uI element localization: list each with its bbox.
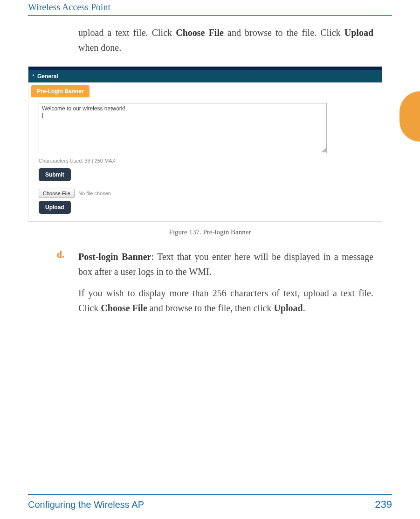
- no-file-chosen-text: No file chosen: [78, 191, 111, 196]
- para2-choose-file: Choose File: [101, 303, 147, 313]
- submit-button[interactable]: Submit: [39, 168, 71, 181]
- intro-upload: Upload: [344, 27, 373, 38]
- chevron-up-icon: ˄: [32, 74, 34, 79]
- page-number: 239: [375, 499, 392, 511]
- section-header: Pre-Login Banner: [31, 85, 90, 97]
- resize-handle-icon[interactable]: [321, 148, 326, 152]
- intro-choose-file: Choose File: [176, 27, 224, 38]
- char-count-text: Chararacters Used: 33 | 250 MAX: [39, 158, 372, 164]
- list-item-d: d. Post-login Banner: Text that you ente…: [57, 249, 373, 279]
- general-header[interactable]: ˄ General: [28, 70, 382, 82]
- choose-file-button[interactable]: Choose File: [39, 189, 75, 198]
- page-footer: Configuring the Wireless AP 239: [28, 494, 392, 511]
- general-label: General: [37, 73, 58, 80]
- intro-text-2: and browse to the file. Click: [224, 27, 344, 38]
- screenshot-panel: ˄ General Pre-Login Banner Welcome to ou…: [28, 66, 382, 222]
- para2-upload: Upload: [274, 303, 303, 313]
- para2-text-3: .: [303, 303, 305, 313]
- list-body-d: Post-login Banner: Text that you enter h…: [78, 249, 373, 279]
- screenshot-topbar: [28, 67, 382, 70]
- footer-section-title: Configuring the Wireless AP: [28, 499, 144, 510]
- para2-text-2: and browse to the file, then click: [147, 303, 274, 313]
- banner-textarea[interactable]: Welcome to our wireless network!|: [39, 103, 327, 153]
- figure-caption: Figure 137. Pre-login Banner: [28, 228, 392, 236]
- intro-text-1: upload a text file. Click: [78, 27, 176, 38]
- upload-button[interactable]: Upload: [39, 201, 71, 214]
- list-marker-d: d.: [57, 249, 78, 279]
- item-d-paragraph-2: If you wish to display more than 256 cha…: [78, 286, 373, 315]
- textarea-value: Welcome to our wireless network!: [42, 105, 125, 112]
- post-login-banner-title: Post-login Banner: [78, 252, 151, 262]
- header-rule: [28, 15, 392, 16]
- intro-text-3: when done.: [78, 42, 121, 53]
- intro-paragraph: upload a text file. Click Choose File an…: [78, 25, 373, 55]
- page-header-title: Wireless Access Point: [28, 0, 392, 15]
- footer-rule: [28, 494, 392, 495]
